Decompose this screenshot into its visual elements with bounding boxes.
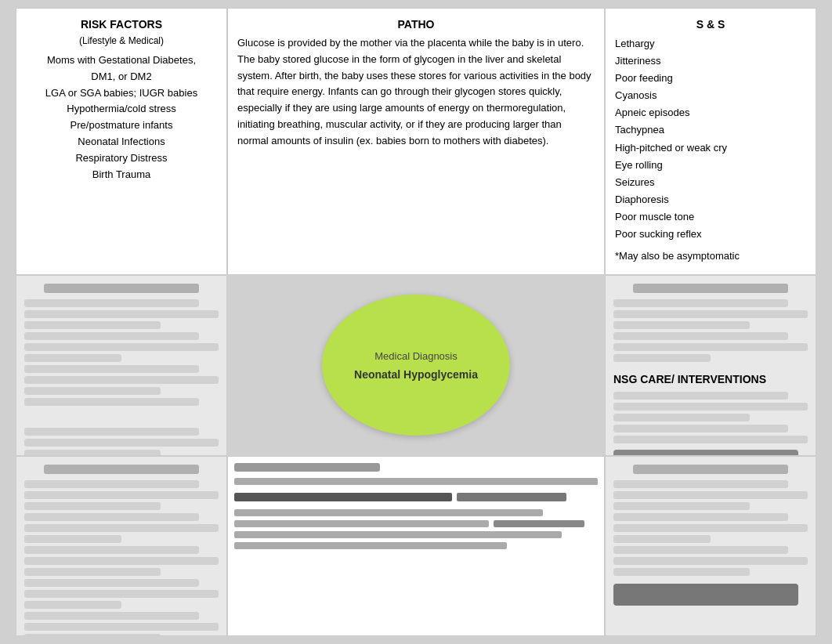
right-mid-panel: NSG CARE/ INTERVENTIONS (605, 275, 816, 455)
ss-apneic: Apneic episodes (615, 104, 806, 121)
risk-factors-title: RISK FACTORS (26, 18, 217, 31)
ss-poor-muscle: Poor muscle tone (615, 208, 806, 226)
ss-cyanosis: Cyanosis (615, 87, 806, 104)
ss-asymptomatic: *May also be asymptomatic (615, 248, 806, 265)
ss-title: S & S (615, 18, 806, 31)
patho-title: PATHO (237, 18, 595, 31)
risk-factor-item-6: Neonatal Infections (26, 134, 217, 150)
patho-body: Glucose is provided by the mother via th… (237, 35, 595, 150)
risk-factor-item-5: Pre/postmature infants (26, 118, 217, 134)
oval-title: Neonatal Hypoglycemia (354, 368, 478, 381)
left-mid-panel (16, 275, 227, 455)
risk-factor-item-7: Respiratory Distress (26, 150, 217, 167)
ss-jitteriness: Jitteriness (615, 52, 806, 70)
ss-panel: S & S Lethargy Jitteriness Poor feeding … (605, 8, 816, 275)
center-bot-panel (227, 456, 605, 636)
risk-factor-item-3: LGA or SGA babies; IUGR babies (26, 85, 217, 102)
ss-seizures: Seizures (615, 174, 806, 191)
patho-panel: PATHO Glucose is provided by the mother … (227, 8, 605, 275)
risk-factors-subtitle: (Lifestyle & Medical) (26, 35, 217, 46)
medical-diagnosis-panel: Medical Diagnosis Neonatal Hypoglycemia (227, 275, 605, 455)
ss-eye-rolling: Eye rolling (615, 157, 806, 174)
right-bot-panel (605, 456, 816, 636)
oval-label: Medical Diagnosis (374, 350, 458, 362)
risk-factor-item-2: DM1, or DM2 (26, 69, 217, 85)
ss-diaphoresis: Diaphoresis (615, 191, 806, 208)
risk-factor-item-8: Birth Trauma (26, 167, 217, 183)
risk-factor-item-1: Moms with Gestational Diabetes, (26, 52, 217, 69)
center-bot-title-bar (234, 463, 380, 472)
ss-poor-sucking: Poor sucking reflex (615, 226, 806, 243)
nsg-title: NSG CARE/ INTERVENTIONS (613, 373, 808, 385)
left-bot-panel (16, 456, 227, 636)
risk-factor-item-4: Hypothermia/cold stress (26, 101, 217, 118)
risk-factors-panel: RISK FACTORS (Lifestyle & Medical) Moms … (16, 8, 227, 275)
diagnosis-oval: Medical Diagnosis Neonatal Hypoglycemia (322, 295, 510, 436)
ss-lethargy: Lethargy (615, 35, 806, 52)
ss-tachypnea: Tachypnea (615, 121, 806, 139)
ss-poor-feeding: Poor feeding (615, 70, 806, 87)
ss-high-pitched: High-pitched or weak cry (615, 139, 806, 157)
